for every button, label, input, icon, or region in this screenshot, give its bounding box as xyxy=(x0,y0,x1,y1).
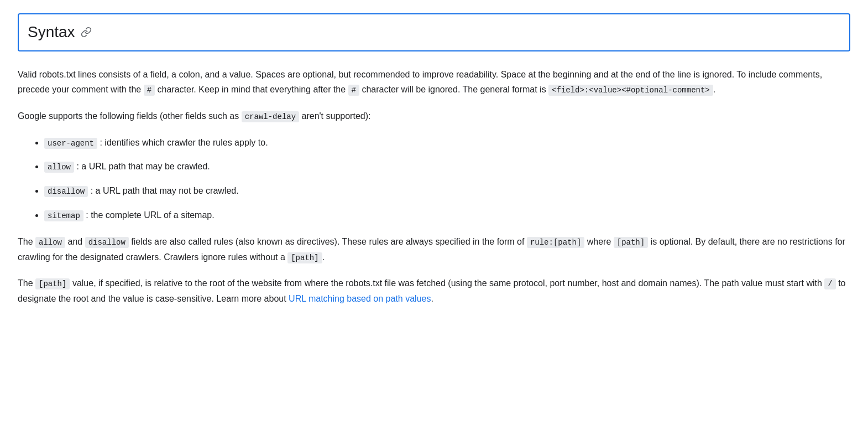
p3-period: . xyxy=(322,252,325,262)
list-item: allow : a URL path that may be crawled. xyxy=(44,159,850,174)
p3-path2-code: [path] xyxy=(287,252,322,263)
p3-text-start: The xyxy=(18,237,35,246)
p4-slash-code: / xyxy=(824,278,835,289)
p2-text-end: aren't supported): xyxy=(299,111,370,121)
paragraph-2: Google supports the following fields (ot… xyxy=(18,108,850,124)
p1-text-end: character will be ignored. The general f… xyxy=(359,85,548,94)
list-item: user-agent : identifies which crawler th… xyxy=(44,135,850,151)
p3-disallow-code: disallow xyxy=(85,237,129,248)
paragraph-1: Valid robots.txt lines consists of a fie… xyxy=(18,67,850,97)
list-item: sitemap : the complete URL of a sitemap. xyxy=(44,208,850,223)
disallow-text: : a URL path that may not be crawled. xyxy=(88,186,238,195)
link-icon[interactable] xyxy=(81,27,92,38)
p4-text-start: The xyxy=(18,278,35,288)
p1-hash2-code: # xyxy=(348,85,359,96)
paragraph-4: The [path] value, if specified, is relat… xyxy=(18,276,850,306)
disallow-code: disallow xyxy=(44,186,88,197)
p2-text-start: Google supports the following fields (ot… xyxy=(18,111,242,121)
page-title: Syntax xyxy=(28,20,75,45)
p4-path-code: [path] xyxy=(35,278,70,289)
list-item: disallow : a URL path that may not be cr… xyxy=(44,183,850,199)
p1-text-mid: character. Keep in mind that everything … xyxy=(155,85,348,94)
p1-hash-code: # xyxy=(144,85,155,96)
allow-text: : a URL path that may be crawled. xyxy=(74,162,210,171)
allow-code: allow xyxy=(44,162,74,173)
p2-crawl-delay-code: crawl-delay xyxy=(242,111,299,122)
p3-allow-code: allow xyxy=(35,237,65,248)
p1-format-code: <field>:<value><#optional-comment> xyxy=(548,85,713,96)
p3-text-mid3: where xyxy=(584,237,613,246)
p4-text-mid: value, if specified, is relative to the … xyxy=(70,278,824,288)
url-matching-link[interactable]: URL matching based on path values xyxy=(289,294,431,303)
user-agent-code: user-agent xyxy=(44,138,97,149)
syntax-heading-container: Syntax xyxy=(18,13,850,51)
p3-rule-code: rule:[path] xyxy=(527,237,584,248)
user-agent-text: : identifies which crawler the rules app… xyxy=(97,138,268,147)
page-container: Syntax Valid robots.txt lines consists o… xyxy=(18,13,850,306)
p3-path1-code: [path] xyxy=(614,237,648,248)
paragraph-3: The allow and disallow fields are also c… xyxy=(18,234,850,265)
sitemap-code: sitemap xyxy=(44,210,83,221)
p3-text-mid1: and xyxy=(65,237,85,246)
p3-text-mid2: fields are also called rules (also known… xyxy=(129,237,527,246)
p1-period: . xyxy=(713,85,715,94)
p4-period: . xyxy=(431,294,433,303)
sitemap-text: : the complete URL of a sitemap. xyxy=(83,210,215,220)
fields-list: user-agent : identifies which crawler th… xyxy=(18,135,850,223)
